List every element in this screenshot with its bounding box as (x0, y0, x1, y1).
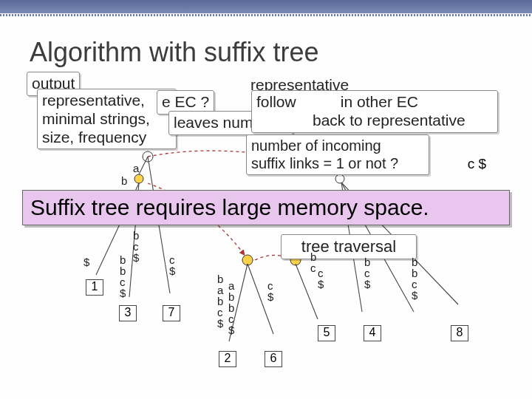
edge-bbc-8: b b c $ (412, 256, 417, 301)
incoming-line2: suffix links = 1 or not ? (251, 155, 398, 171)
leaf-4: 4 (364, 325, 381, 341)
edge-c-dollar: c $ (468, 156, 486, 172)
output-body-box: representative, minimal strings, size, f… (37, 89, 177, 149)
rep-follow: follow (256, 93, 316, 112)
leaf-2: 2 (219, 351, 236, 367)
edge-b-root: b (121, 175, 127, 186)
leaf-8: 8 (451, 325, 468, 341)
edge-dollar-1: $ (83, 256, 89, 267)
incoming-line1: number of incoming (251, 137, 381, 154)
representative-body-box: follow in other EC back to representativ… (251, 90, 498, 133)
leaf-6: 6 (265, 351, 282, 367)
svg-point-4 (335, 174, 344, 183)
output-line3: size, frequency (42, 129, 146, 146)
rep-back: back to representative (313, 112, 466, 129)
svg-point-2 (242, 255, 253, 265)
edge-cd-5: c $ (318, 267, 324, 290)
edge-cd-7: c $ (169, 254, 175, 276)
rep-other-ec: in other EC (341, 93, 418, 112)
edge-bbc-3: b b c $ (120, 254, 126, 299)
edge-a: a (133, 163, 139, 174)
leaf-1: 1 (86, 279, 103, 296)
leaf-7: 7 (163, 305, 180, 321)
leaf-5: 5 (318, 325, 335, 341)
edge-bcd-4: b c $ (364, 256, 370, 290)
edge-bc-5b: b c (310, 251, 316, 273)
svg-point-1 (134, 174, 143, 183)
tree-traversal-box: tree traversal (281, 234, 417, 259)
leaf-3: 3 (119, 305, 137, 321)
output-line1: representative, (42, 92, 145, 109)
edge-bab-2: b a b c $ (217, 273, 223, 329)
banner-memory: Suffix tree requires large memory space. (22, 190, 510, 225)
edge-cd-6: c $ (267, 280, 273, 302)
output-line2: minimal strings, (42, 110, 150, 127)
question-incoming-box: number of incoming suffix links = 1 or n… (246, 134, 429, 175)
edge-bc-3b: b c $ (133, 230, 139, 263)
edge-abbc-2b: a b b c $ (228, 280, 234, 335)
